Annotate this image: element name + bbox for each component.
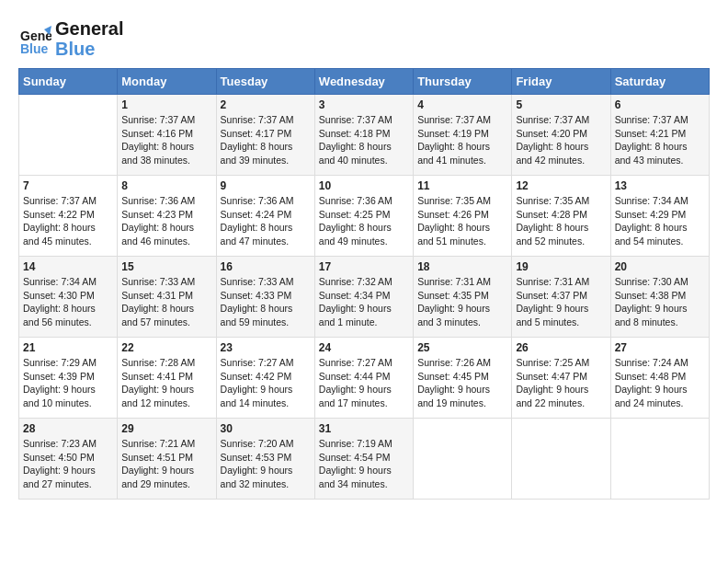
calendar-cell [414,419,512,500]
day-number: 1 [121,98,211,111]
daylight: Daylight: 9 hours and 17 minutes. [319,384,392,408]
sunrise: Sunrise: 7:37 AM [221,114,294,125]
calendar-cell: 14Sunrise: 7:34 AMSunset: 4:30 PMDayligh… [19,257,118,338]
calendar-cell: 15Sunrise: 7:33 AMSunset: 4:31 PMDayligh… [118,257,216,338]
sunset: Sunset: 4:48 PM [615,371,687,382]
sunset: Sunset: 4:16 PM [121,128,193,139]
day-info: Sunrise: 7:37 AMSunset: 4:21 PMDaylight:… [615,113,705,167]
sunrise: Sunrise: 7:27 AM [221,357,294,368]
calendar-cell: 8Sunrise: 7:36 AMSunset: 4:23 PMDaylight… [118,176,216,257]
daylight: Daylight: 9 hours and 19 minutes. [417,384,490,408]
sunset: Sunset: 4:30 PM [23,290,95,301]
sunrise: Sunrise: 7:31 AM [417,276,491,287]
calendar-cell: 20Sunrise: 7:30 AMSunset: 4:38 PMDayligh… [610,257,709,338]
sunrise: Sunrise: 7:34 AM [23,276,97,287]
weekday-header-thursday: Thursday [414,69,512,95]
day-info: Sunrise: 7:20 AMSunset: 4:53 PMDaylight:… [221,437,311,491]
sunset: Sunset: 4:19 PM [417,128,489,139]
calendar-cell: 2Sunrise: 7:37 AMSunset: 4:17 PMDaylight… [216,95,314,176]
sunrise: Sunrise: 7:25 AM [516,357,589,368]
day-info: Sunrise: 7:36 AMSunset: 4:24 PMDaylight:… [221,194,311,248]
logo-icon: General Blue [18,22,51,55]
sunrise: Sunrise: 7:33 AM [221,276,294,287]
sunrise: Sunrise: 7:33 AM [121,276,195,287]
day-number: 19 [516,260,606,273]
day-info: Sunrise: 7:21 AMSunset: 4:51 PMDaylight:… [121,437,211,491]
sunset: Sunset: 4:50 PM [23,452,95,463]
sunrise: Sunrise: 7:26 AM [417,357,491,368]
daylight: Daylight: 8 hours and 40 minutes. [319,141,392,166]
week-row-2: 7Sunrise: 7:37 AMSunset: 4:22 PMDaylight… [19,176,710,257]
sunset: Sunset: 4:26 PM [417,209,489,220]
daylight: Daylight: 8 hours and 41 minutes. [417,141,490,166]
day-info: Sunrise: 7:33 AMSunset: 4:31 PMDaylight:… [121,275,211,329]
calendar-cell: 19Sunrise: 7:31 AMSunset: 4:37 PMDayligh… [512,257,610,338]
calendar-cell: 29Sunrise: 7:21 AMSunset: 4:51 PMDayligh… [118,419,216,500]
daylight: Daylight: 8 hours and 52 minutes. [516,222,588,247]
day-info: Sunrise: 7:33 AMSunset: 4:33 PMDaylight:… [221,275,311,329]
sunset: Sunset: 4:54 PM [319,452,391,463]
day-number: 31 [319,422,409,435]
calendar-cell: 10Sunrise: 7:36 AMSunset: 4:25 PMDayligh… [314,176,413,257]
calendar-cell [19,95,118,176]
day-info: Sunrise: 7:34 AMSunset: 4:29 PMDaylight:… [615,194,705,248]
sunrise: Sunrise: 7:37 AM [516,114,589,125]
sunrise: Sunrise: 7:37 AM [121,114,195,125]
day-number: 6 [615,98,705,111]
day-number: 20 [615,260,705,273]
calendar-cell: 7Sunrise: 7:37 AMSunset: 4:22 PMDaylight… [19,176,118,257]
sunset: Sunset: 4:38 PM [615,290,687,301]
sunset: Sunset: 4:45 PM [417,371,489,382]
calendar-cell: 26Sunrise: 7:25 AMSunset: 4:47 PMDayligh… [512,338,610,419]
sunset: Sunset: 4:35 PM [417,290,489,301]
day-number: 23 [221,341,311,354]
sunset: Sunset: 4:31 PM [121,290,193,301]
weekday-header-sunday: Sunday [19,69,118,95]
sunset: Sunset: 4:29 PM [615,209,687,220]
logo: General Blue GeneralBlue [18,18,123,59]
day-number: 30 [221,422,311,435]
sunrise: Sunrise: 7:34 AM [615,195,688,206]
week-row-1: 1Sunrise: 7:37 AMSunset: 4:16 PMDaylight… [19,95,710,176]
calendar-cell [610,419,709,500]
calendar-cell [512,419,610,500]
day-info: Sunrise: 7:30 AMSunset: 4:38 PMDaylight:… [615,275,705,329]
day-info: Sunrise: 7:37 AMSunset: 4:22 PMDaylight:… [23,194,113,248]
day-number: 15 [121,260,211,273]
sunset: Sunset: 4:17 PM [221,128,292,139]
day-info: Sunrise: 7:19 AMSunset: 4:54 PMDaylight:… [319,437,409,491]
weekday-header-saturday: Saturday [610,69,709,95]
day-info: Sunrise: 7:24 AMSunset: 4:48 PMDaylight:… [615,356,705,410]
calendar-cell: 21Sunrise: 7:29 AMSunset: 4:39 PMDayligh… [19,338,118,419]
logo-text: GeneralBlue [55,18,123,59]
calendar-table: SundayMondayTuesdayWednesdayThursdayFrid… [18,68,710,500]
day-number: 14 [23,260,113,273]
daylight: Daylight: 8 hours and 43 minutes. [615,141,688,166]
sunrise: Sunrise: 7:37 AM [319,114,392,125]
day-number: 26 [516,341,606,354]
day-info: Sunrise: 7:35 AMSunset: 4:26 PMDaylight:… [417,194,507,248]
week-row-4: 21Sunrise: 7:29 AMSunset: 4:39 PMDayligh… [19,338,710,419]
day-info: Sunrise: 7:31 AMSunset: 4:35 PMDaylight:… [417,275,507,329]
day-info: Sunrise: 7:26 AMSunset: 4:45 PMDaylight:… [417,356,507,410]
calendar-cell: 18Sunrise: 7:31 AMSunset: 4:35 PMDayligh… [414,257,512,338]
calendar-cell: 5Sunrise: 7:37 AMSunset: 4:20 PMDaylight… [512,95,610,176]
sunset: Sunset: 4:33 PM [221,290,292,301]
daylight: Daylight: 8 hours and 39 minutes. [221,141,293,166]
calendar-cell: 22Sunrise: 7:28 AMSunset: 4:41 PMDayligh… [118,338,216,419]
sunrise: Sunrise: 7:36 AM [121,195,195,206]
sunrise: Sunrise: 7:35 AM [516,195,589,206]
daylight: Daylight: 9 hours and 32 minutes. [221,465,293,489]
sunrise: Sunrise: 7:24 AM [615,357,688,368]
sunrise: Sunrise: 7:31 AM [516,276,589,287]
week-row-3: 14Sunrise: 7:34 AMSunset: 4:30 PMDayligh… [19,257,710,338]
sunset: Sunset: 4:37 PM [516,290,587,301]
sunset: Sunset: 4:25 PM [319,209,391,220]
calendar-cell: 3Sunrise: 7:37 AMSunset: 4:18 PMDaylight… [314,95,413,176]
day-number: 9 [221,179,311,192]
day-number: 7 [23,179,113,192]
sunset: Sunset: 4:47 PM [516,371,587,382]
day-info: Sunrise: 7:36 AMSunset: 4:23 PMDaylight:… [121,194,211,248]
sunrise: Sunrise: 7:36 AM [221,195,294,206]
sunrise: Sunrise: 7:29 AM [23,357,97,368]
